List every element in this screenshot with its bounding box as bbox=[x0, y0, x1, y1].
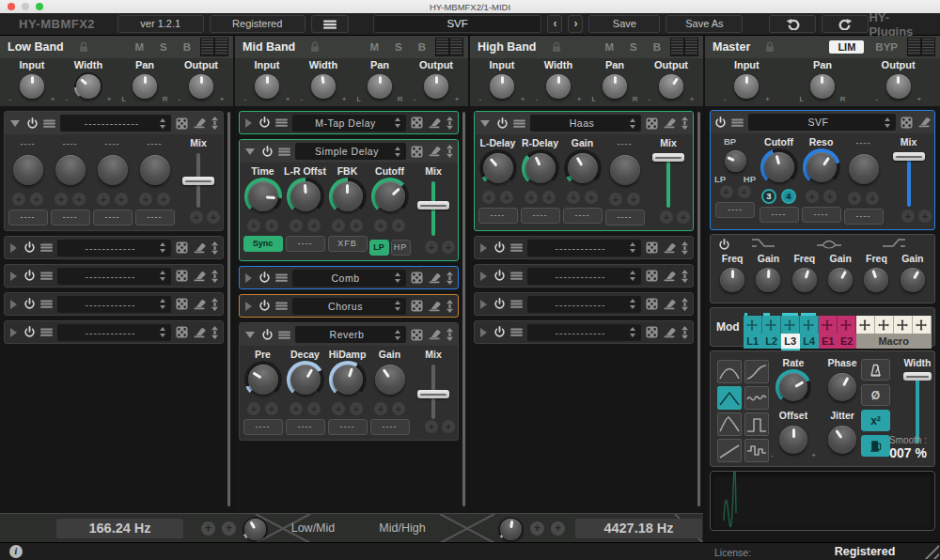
expand-triangle-icon[interactable] bbox=[245, 118, 252, 128]
lfo-phase-button[interactable]: Ø bbox=[861, 384, 890, 406]
macro-label[interactable]: Macro bbox=[856, 334, 932, 349]
slot-menu-button[interactable] bbox=[731, 117, 744, 128]
io-knob[interactable] bbox=[253, 72, 281, 101]
dice-button[interactable] bbox=[176, 298, 188, 310]
param-knob[interactable] bbox=[9, 151, 47, 189]
eq-knob[interactable] bbox=[717, 265, 747, 295]
mod-add-icon[interactable]: + bbox=[866, 192, 879, 205]
dice-button[interactable] bbox=[176, 117, 188, 130]
width-slider-handle[interactable] bbox=[903, 372, 932, 381]
dice-button[interactable] bbox=[901, 117, 913, 129]
dice-button[interactable] bbox=[646, 298, 658, 310]
empty-button[interactable]: ---- bbox=[760, 207, 799, 223]
mod-source-label[interactable]: L3 bbox=[781, 334, 800, 349]
power-button[interactable] bbox=[26, 117, 39, 130]
mod-add-icon[interactable]: + bbox=[738, 185, 751, 198]
lfo-shape-s-curve[interactable] bbox=[744, 360, 769, 383]
mod-add-icon[interactable]: + bbox=[97, 193, 110, 206]
param-knob[interactable] bbox=[94, 151, 132, 189]
move-handle[interactable] bbox=[446, 272, 454, 285]
mod-source-E1[interactable]: E1 bbox=[819, 316, 838, 349]
lock-icon[interactable] bbox=[552, 41, 561, 53]
dice-button[interactable] bbox=[646, 241, 658, 254]
effect-select[interactable]: Comb bbox=[292, 270, 406, 287]
io-knob[interactable] bbox=[366, 72, 394, 101]
mod-source-L1[interactable]: L1 bbox=[744, 316, 762, 349]
lock-icon[interactable] bbox=[765, 41, 775, 53]
mod-add-icon[interactable]: + bbox=[72, 193, 86, 206]
mod-assign-badge[interactable]: 3 bbox=[761, 189, 776, 204]
plus-icon[interactable]: + bbox=[551, 521, 565, 536]
dice-button[interactable] bbox=[646, 270, 658, 282]
power-button[interactable] bbox=[261, 146, 274, 158]
param-knob[interactable] bbox=[760, 148, 798, 186]
slot-menu-button[interactable] bbox=[43, 118, 55, 129]
empty-button[interactable]: ---- bbox=[286, 236, 325, 252]
expand-triangle-icon[interactable] bbox=[480, 328, 487, 337]
io-knob[interactable] bbox=[74, 72, 102, 101]
param-knob[interactable] bbox=[136, 151, 174, 189]
effect-select[interactable]: ------------ bbox=[57, 268, 171, 285]
lfo-knob[interactable] bbox=[776, 369, 811, 405]
solo-button[interactable]: S bbox=[395, 41, 402, 53]
mod-add-icon[interactable]: + bbox=[207, 210, 220, 224]
effect-select[interactable]: ------------ bbox=[527, 324, 641, 341]
eq-knob[interactable] bbox=[898, 265, 928, 295]
move-handle[interactable] bbox=[681, 270, 689, 283]
move-handle[interactable] bbox=[446, 328, 454, 341]
empty-button[interactable]: ---- bbox=[93, 210, 133, 226]
slot-menu-button[interactable] bbox=[278, 330, 290, 340]
empty-button[interactable]: ---- bbox=[605, 210, 645, 226]
mod-add-icon[interactable]: + bbox=[482, 191, 495, 204]
param-knob[interactable] bbox=[244, 361, 282, 398]
mod-add-icon[interactable]: + bbox=[55, 193, 68, 206]
power-button[interactable] bbox=[24, 326, 36, 338]
io-knob[interactable] bbox=[544, 72, 572, 101]
effect-select[interactable]: ------------ bbox=[527, 296, 641, 313]
param-knob[interactable] bbox=[287, 361, 324, 398]
effect-select[interactable]: SVF bbox=[748, 114, 896, 131]
save-button[interactable]: Save bbox=[588, 15, 660, 33]
mod-add-icon[interactable]: + bbox=[901, 210, 915, 223]
mod-add-icon[interactable]: + bbox=[307, 402, 321, 415]
mod-add-icon[interactable]: + bbox=[677, 210, 690, 224]
mod-add-icon[interactable]: + bbox=[627, 193, 640, 206]
effect-select[interactable]: M-Tap Delay bbox=[292, 115, 406, 132]
eq-knob[interactable] bbox=[753, 265, 783, 295]
power-button[interactable] bbox=[494, 298, 506, 310]
mod-add-icon[interactable]: + bbox=[848, 192, 861, 205]
eq-knob[interactable] bbox=[861, 265, 891, 295]
eraser-button[interactable] bbox=[193, 271, 206, 282]
shelf-low-icon[interactable] bbox=[730, 236, 796, 254]
slot-menu-button[interactable] bbox=[513, 118, 525, 129]
mod-add-icon[interactable]: + bbox=[374, 402, 387, 415]
dice-button[interactable] bbox=[411, 117, 423, 129]
eraser-button[interactable] bbox=[428, 272, 441, 284]
lfo-shape-steps[interactable] bbox=[744, 439, 769, 462]
eq-knob[interactable] bbox=[790, 265, 820, 295]
param-knob[interactable] bbox=[803, 148, 840, 186]
io-knob[interactable] bbox=[885, 72, 913, 101]
move-handle[interactable] bbox=[681, 117, 689, 130]
lfo-shape-ramp[interactable] bbox=[717, 439, 742, 462]
crossover-knob[interactable] bbox=[498, 517, 524, 542]
io-knob[interactable] bbox=[187, 72, 215, 101]
eraser-button[interactable] bbox=[193, 242, 206, 254]
mod-add-icon[interactable]: + bbox=[609, 193, 622, 206]
empty-button[interactable]: ---- bbox=[135, 210, 175, 226]
mod-source-L4[interactable]: L4 bbox=[800, 316, 819, 349]
sync-button[interactable]: Sync bbox=[243, 236, 283, 252]
next-preset-button[interactable]: › bbox=[568, 15, 583, 33]
power-button[interactable] bbox=[494, 270, 506, 282]
eraser-button[interactable] bbox=[428, 146, 441, 157]
mute-button[interactable]: M bbox=[604, 41, 614, 53]
effect-select[interactable]: ------------ bbox=[527, 240, 641, 257]
eraser-button[interactable] bbox=[193, 327, 206, 338]
empty-button[interactable]: ---- bbox=[478, 208, 518, 224]
move-handle[interactable] bbox=[446, 145, 454, 158]
power-button[interactable] bbox=[258, 300, 271, 312]
mod-add-icon[interactable]: + bbox=[265, 219, 278, 232]
mod-source-macro[interactable] bbox=[894, 316, 913, 334]
dice-button[interactable] bbox=[411, 329, 423, 341]
mod-add-icon[interactable]: + bbox=[425, 420, 438, 433]
